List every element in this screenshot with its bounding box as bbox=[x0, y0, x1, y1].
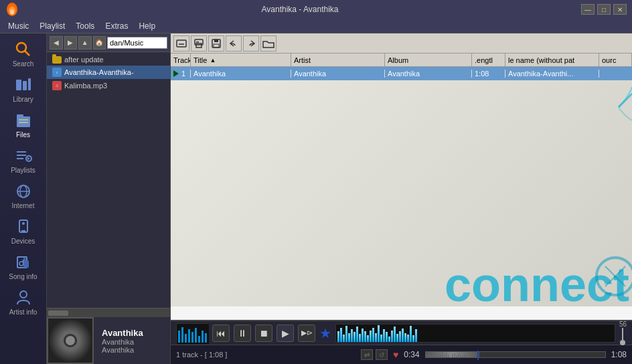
viz-bar bbox=[402, 329, 404, 342]
svg-point-2 bbox=[10, 9, 14, 15]
stop-button[interactable]: ⏹ bbox=[255, 325, 272, 342]
menu-playlist[interactable]: Playlist bbox=[34, 20, 70, 32]
album-art bbox=[47, 317, 94, 364]
audio-file-icon: ♪ bbox=[52, 68, 62, 77]
wf-bar bbox=[444, 355, 445, 357]
sidebar-item-internet[interactable]: Internet bbox=[0, 178, 46, 213]
wf-bar bbox=[452, 354, 453, 357]
menu-help[interactable]: Help bbox=[133, 20, 161, 32]
col-header-album-label: Album bbox=[388, 56, 408, 64]
menu-extras[interactable]: Extras bbox=[100, 20, 133, 32]
svg-rect-10 bbox=[19, 119, 28, 120]
volume-knob[interactable] bbox=[620, 340, 625, 345]
toolbar-open-button[interactable] bbox=[260, 35, 276, 52]
tracklist-header: Track Title ▲ Artist Album .engtl le nam… bbox=[171, 54, 632, 67]
main-content: Track Title ▲ Artist Album .engtl le nam… bbox=[171, 33, 632, 364]
toolbar-new-button[interactable] bbox=[173, 35, 189, 52]
next-button[interactable]: ▶⊳ bbox=[298, 325, 315, 342]
sidebar-item-library[interactable]: Library bbox=[0, 72, 46, 107]
col-header-length-label: .engtl bbox=[475, 56, 493, 64]
main-layout: Search Library Files bbox=[0, 33, 632, 364]
nav-forward-button[interactable]: ▶ bbox=[64, 36, 78, 50]
wf-bar bbox=[442, 353, 443, 357]
repeat-button[interactable]: ↺ bbox=[376, 349, 388, 360]
sidebar-item-songinfo[interactable]: Song info bbox=[0, 249, 46, 284]
wf-bar bbox=[430, 355, 431, 357]
sidebar-item-files[interactable]: Files bbox=[0, 107, 46, 143]
svg-rect-5 bbox=[16, 80, 21, 90]
col-header-path[interactable]: ourc bbox=[599, 54, 632, 66]
viz-bar bbox=[407, 335, 409, 341]
maximize-button[interactable]: □ bbox=[597, 4, 611, 15]
list-item[interactable]: after update bbox=[47, 54, 170, 66]
col-header-title[interactable]: Title ▲ bbox=[191, 54, 291, 66]
svg-rect-12 bbox=[17, 151, 26, 153]
toolbar bbox=[171, 33, 632, 54]
svg-rect-6 bbox=[23, 81, 27, 90]
nav-back-button[interactable]: ◀ bbox=[50, 36, 63, 50]
heart-button[interactable]: ♥ bbox=[393, 349, 398, 360]
col-header-artist[interactable]: Artist bbox=[291, 54, 385, 66]
col-header-track[interactable]: Track bbox=[171, 54, 191, 66]
volume-label: 56 bbox=[619, 321, 627, 328]
shuffle-button[interactable]: ⇄ bbox=[361, 349, 373, 360]
viz-bar bbox=[345, 326, 347, 341]
viz-bar bbox=[364, 331, 366, 342]
audio-visualizer bbox=[335, 324, 615, 343]
sidebar-item-search[interactable]: Search bbox=[0, 36, 46, 72]
sidebar-item-playlists[interactable]: Playlists bbox=[0, 143, 46, 178]
table-row[interactable]: 1 Avanthika Avanthika Avanthika 1:08 Ava… bbox=[171, 67, 632, 80]
viz-bar bbox=[370, 331, 372, 342]
menu-tools[interactable]: Tools bbox=[70, 20, 100, 32]
player-area: ⏮ ⏸ ⏹ ▶ ▶⊳ ★ bbox=[171, 320, 632, 364]
viz-bar bbox=[348, 333, 350, 342]
favorite-button[interactable]: ★ bbox=[319, 325, 331, 341]
svg-rect-32 bbox=[196, 41, 199, 43]
pause-button[interactable]: ⏸ bbox=[234, 325, 251, 342]
prev-button[interactable]: ⏮ bbox=[212, 325, 230, 342]
viz-bar bbox=[367, 335, 369, 341]
col-header-path-label: ourc bbox=[602, 56, 616, 64]
sidebar-label-devices: Devices bbox=[11, 238, 35, 245]
svg-rect-49 bbox=[202, 331, 204, 343]
sidebar-item-artistinfo[interactable]: Artist info bbox=[0, 284, 46, 320]
track-rows: 1 Avanthika Avanthika Avanthika 1:08 Ava… bbox=[171, 67, 632, 80]
col-header-length[interactable]: .engtl bbox=[472, 54, 505, 66]
wf-bar bbox=[458, 353, 459, 357]
file-scrollbar[interactable] bbox=[47, 308, 170, 317]
nav-home-button[interactable]: 🏠 bbox=[93, 36, 106, 50]
svg-point-27 bbox=[20, 291, 27, 298]
toolbar-save-button[interactable] bbox=[208, 35, 224, 52]
svg-rect-28 bbox=[177, 40, 186, 47]
progress-bar[interactable] bbox=[425, 351, 606, 358]
shuffle-repeat-controls: ⇄ ↺ bbox=[361, 349, 388, 360]
viz-bar bbox=[340, 328, 342, 342]
viz-bar bbox=[380, 335, 382, 341]
track-cell-album: Avanthika bbox=[385, 70, 472, 78]
nav-up-button[interactable]: ▲ bbox=[78, 36, 92, 50]
path-input[interactable] bbox=[107, 37, 167, 49]
viz-bar bbox=[412, 335, 414, 341]
sidebar: Search Library Files bbox=[0, 33, 47, 364]
list-item[interactable]: ♪ Avanthika-Avanthika- bbox=[47, 66, 170, 79]
scrollbar-thumb[interactable] bbox=[48, 310, 68, 316]
minimize-button[interactable]: — bbox=[581, 4, 595, 15]
close-button[interactable]: ✕ bbox=[613, 4, 627, 15]
svg-rect-7 bbox=[28, 78, 31, 90]
toolbar-redo-button[interactable] bbox=[243, 35, 259, 52]
file-list: after update ♪ Avanthika-Avanthika- ♫ Ka… bbox=[47, 52, 170, 308]
sidebar-item-devices[interactable]: Devices bbox=[0, 213, 46, 249]
menu-music[interactable]: Music bbox=[3, 20, 34, 32]
play-button[interactable]: ▶ bbox=[276, 325, 294, 342]
toolbar-print-button[interactable] bbox=[191, 35, 207, 52]
col-header-filename[interactable]: le name (without pat bbox=[505, 54, 599, 66]
connect-logo-svg: connect bbox=[445, 253, 632, 306]
player-controls-bar: ⏮ ⏸ ⏹ ▶ ▶⊳ ★ bbox=[171, 321, 632, 345]
list-item[interactable]: ♫ Kalimba.mp3 bbox=[47, 79, 170, 92]
track-number: 1 bbox=[181, 70, 185, 78]
wf-bar bbox=[460, 355, 461, 357]
col-header-album[interactable]: Album bbox=[385, 54, 472, 66]
viz-bar bbox=[415, 329, 417, 341]
track-cell-length: 1:08 bbox=[472, 70, 505, 78]
toolbar-undo-button[interactable] bbox=[226, 35, 242, 52]
